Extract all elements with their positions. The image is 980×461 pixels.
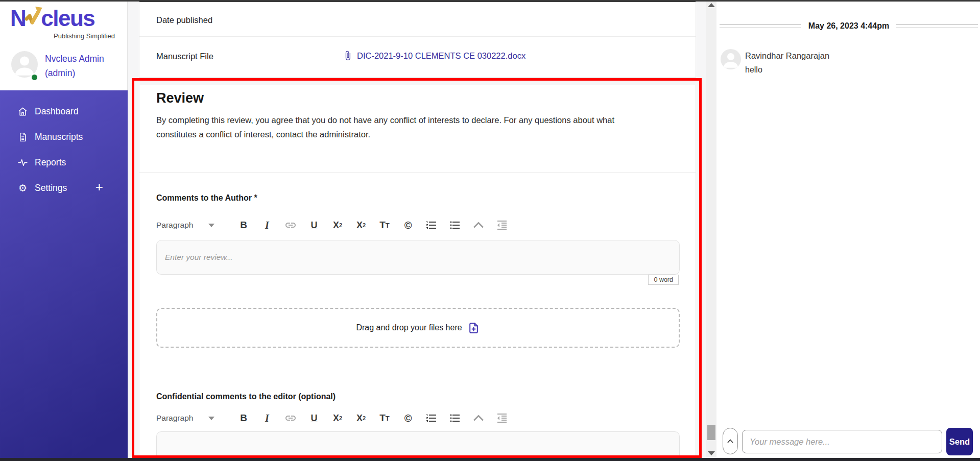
sidebar-item-label: Dashboard <box>35 106 79 117</box>
sidebar-item-dashboard[interactable]: Dashboard <box>17 104 117 119</box>
italic-button[interactable]: I <box>260 217 274 233</box>
user-name-block[interactable]: Nvcleus Admin (admin) <box>45 52 127 80</box>
ordered-list-button[interactable] <box>425 410 438 426</box>
row-divider <box>139 36 696 37</box>
outdent-button[interactable] <box>495 410 509 426</box>
app-logo[interactable]: N cleus <box>10 4 94 33</box>
person-icon <box>11 51 38 78</box>
person-icon <box>721 49 741 69</box>
message-text: hello <box>745 65 762 75</box>
message-sender: Ravindhar Rangarajan <box>745 51 829 61</box>
text-size-small-glyph: T <box>386 222 390 229</box>
bullet-list-icon <box>449 412 461 424</box>
logo-text-cleus: cleus <box>41 6 94 31</box>
paragraph-style-dropdown[interactable]: Paragraph <box>156 414 237 423</box>
subscript-button[interactable]: X2 <box>331 410 344 426</box>
settings-add-button[interactable]: + <box>95 179 103 195</box>
divider-line <box>720 25 801 28</box>
confidential-comments-label: Confidential comments to the editor (opt… <box>156 392 336 401</box>
review-section: Review By completing this review, you ag… <box>139 85 696 461</box>
scrollbar-up-arrow[interactable] <box>708 3 715 7</box>
link-button[interactable] <box>284 410 297 426</box>
divider-line <box>896 25 978 28</box>
ordered-list-icon <box>425 219 438 231</box>
italic-button[interactable]: I <box>260 410 274 426</box>
chevron-up-icon <box>472 219 485 231</box>
sidebar-item-manuscripts[interactable]: Manuscripts <box>17 129 117 144</box>
superscript-number: 2 <box>363 415 366 421</box>
review-editor-placeholder: Enter your review... <box>165 253 233 262</box>
special-character-button[interactable]: © <box>401 410 415 426</box>
subscript-number: 2 <box>339 415 342 421</box>
sidebar-item-reports[interactable]: Reports <box>17 155 117 170</box>
chevron-down-icon <box>208 417 214 420</box>
text-size-small-glyph: T <box>386 415 390 422</box>
special-character-button[interactable]: © <box>401 217 415 233</box>
user-role: (admin) <box>45 66 127 80</box>
text-size-big-glyph: T <box>379 220 386 231</box>
manuscript-file-label: Manuscript File <box>156 52 213 61</box>
logo-text-n: N <box>10 6 26 31</box>
text-size-button[interactable]: TT <box>378 410 391 426</box>
chat-message-input[interactable] <box>742 430 942 453</box>
chevron-up-icon <box>472 412 485 424</box>
bullet-list-button[interactable] <box>448 217 462 233</box>
paragraph-style-dropdown[interactable]: Paragraph <box>156 221 237 230</box>
scrollbar-thumb[interactable] <box>707 425 715 440</box>
superscript-button[interactable]: X2 <box>354 217 368 233</box>
file-plus-icon <box>467 322 480 334</box>
manuscript-details-card: Date published Manuscript File DIC-2021-… <box>139 0 696 78</box>
superscript-glyph: X <box>356 413 363 424</box>
scrollbar-down-arrow[interactable] <box>708 451 715 455</box>
logo-tagline: Publishing Simplified <box>0 32 115 40</box>
editor-toolbar: Paragraph B I U X2 X2 TT © <box>156 407 509 429</box>
send-button[interactable]: Send <box>946 428 973 455</box>
superscript-number: 2 <box>363 222 366 228</box>
collapse-toolbar-button[interactable] <box>472 217 485 233</box>
sidebar-item-settings[interactable]: ⚙ Settings + <box>17 180 117 196</box>
bold-button[interactable]: B <box>237 410 250 426</box>
manuscript-file-link[interactable]: DIC-2021-9-10 CLEMENTS CE 030222.docx <box>343 51 525 61</box>
ordered-list-button[interactable] <box>425 217 438 233</box>
file-dropzone[interactable]: Drag and drop your files here <box>156 308 680 348</box>
review-editor[interactable]: Enter your review... <box>156 240 680 275</box>
link-button[interactable] <box>284 217 297 233</box>
document-icon <box>17 132 28 142</box>
underline-button[interactable]: U <box>307 217 321 233</box>
outdent-icon <box>496 412 508 424</box>
main-scrollbar[interactable] <box>706 0 716 461</box>
superscript-glyph: X <box>356 220 363 231</box>
bullet-list-button[interactable] <box>448 410 462 426</box>
gear-icon: ⚙ <box>17 183 28 193</box>
chevron-up-icon <box>727 439 734 444</box>
message-avatar <box>721 49 741 69</box>
date-published-label: Date published <box>156 15 212 25</box>
review-disclaimer: By completing this review, you agree tha… <box>156 113 657 141</box>
collapse-toolbar-button[interactable] <box>472 410 485 426</box>
text-size-button[interactable]: TT <box>378 217 391 233</box>
ordered-list-icon <box>425 412 438 424</box>
manuscript-file-name: DIC-2021-9-10 CLEMENTS CE 030222.docx <box>357 51 525 61</box>
confidential-editor[interactable]: Enter a confidential note to the editor … <box>156 431 680 461</box>
sidebar-item-label: Settings <box>35 183 67 193</box>
toolbar-buttons: B I U X2 X2 TT © <box>237 410 509 426</box>
bold-button[interactable]: B <box>237 217 250 233</box>
superscript-button[interactable]: X2 <box>354 410 368 426</box>
chat-collapse-button[interactable] <box>723 428 738 454</box>
subscript-button[interactable]: X2 <box>331 217 344 233</box>
link-icon <box>284 412 297 424</box>
toolbar-buttons: B I U X2 X2 TT © <box>237 217 509 233</box>
user-avatar[interactable] <box>11 51 38 78</box>
underline-button[interactable]: U <box>307 410 321 426</box>
window-bottom-edge <box>0 458 980 461</box>
activity-icon <box>17 157 28 168</box>
home-icon <box>17 106 28 117</box>
subscript-number: 2 <box>339 222 342 228</box>
link-icon <box>284 219 297 231</box>
subscript-glyph: X <box>333 413 339 424</box>
dropzone-text: Drag and drop your files here <box>356 323 462 332</box>
bullet-list-icon <box>449 219 461 231</box>
text-size-big-glyph: T <box>379 413 386 424</box>
paperclip-icon <box>343 51 353 61</box>
outdent-button[interactable] <box>495 217 509 233</box>
